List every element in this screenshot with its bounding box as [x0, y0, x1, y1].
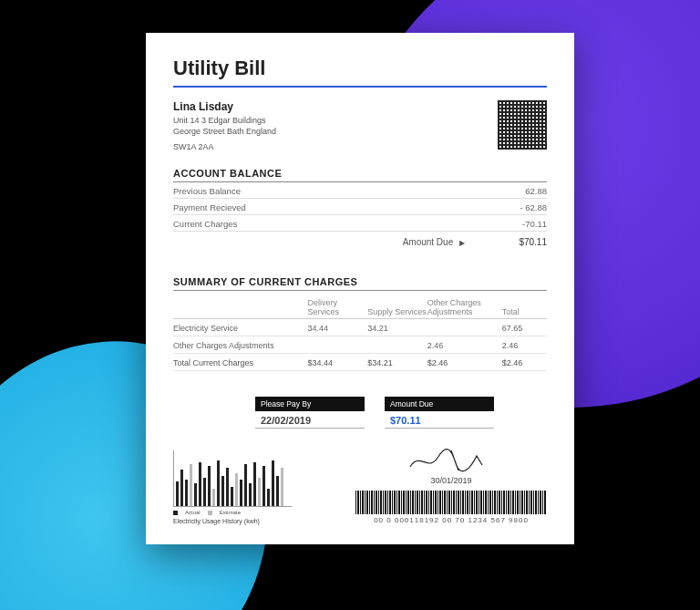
col-header: Supply Services: [367, 295, 427, 319]
chart-bar: [221, 476, 224, 506]
signature-icon: [406, 447, 497, 474]
legend-label: Estimate: [220, 510, 241, 515]
barcode-number: 00 0 000118192 00 70 1234 567 9800: [355, 516, 547, 524]
cell: 67.65: [502, 319, 547, 336]
chart-legend: Actual Estimate: [173, 510, 301, 515]
legend-swatch-estimate: [208, 511, 212, 515]
usage-chart-block: Actual Estimate Electricity Usage Histor…: [173, 450, 301, 524]
footer-row: Actual Estimate Electricity Usage Histor…: [173, 447, 547, 524]
table-row: Electricity Service 34.44 34.21 67.65: [173, 319, 547, 336]
legend-label: Actual: [185, 510, 201, 515]
triangle-right-icon: ▶: [459, 239, 465, 247]
chart-bar: [281, 468, 283, 507]
col-header: Delivery Services: [308, 295, 368, 319]
header-row: Lina Lisday Unit 14 3 Edgar Buildings Ge…: [173, 100, 547, 151]
customer-address-line2: George Street Bath England: [173, 126, 276, 137]
table-row: Other Charges Adjustments 2.46 2.46: [173, 336, 547, 354]
table-total-row: Total Current Charges $34.44 $34.21 $2.4…: [173, 354, 547, 371]
amount-due-value: $70.11: [501, 237, 547, 247]
chart-bar: [185, 480, 188, 506]
pay-boxes: Please Pay By 22/02/2019 Amount Due $70.…: [255, 397, 547, 429]
chart-bar: [235, 473, 238, 507]
amount-due-row: Amount Due ▶ $70.11: [173, 232, 547, 253]
document-title: Utility Bill: [173, 57, 547, 88]
chart-bar: [253, 462, 256, 506]
usage-bar-chart: [173, 450, 292, 507]
summary-table: Delivery Services Supply Services Other …: [173, 295, 547, 371]
cell: $34.21: [367, 354, 427, 371]
summary-header-row: Delivery Services Supply Services Other …: [173, 295, 547, 319]
pay-by-label: Please Pay By: [255, 397, 365, 411]
row-label: Total Current Charges: [173, 354, 308, 371]
chart-bar: [203, 478, 206, 506]
balance-label: Previous Balance: [173, 186, 241, 196]
chart-title: Electricity Usage History (kwh): [173, 518, 301, 524]
row-label: Electricity Service: [173, 319, 308, 336]
chart-bar: [217, 460, 220, 506]
chart-bar: [176, 481, 179, 506]
amount-due-label: Amount Due ▶: [403, 237, 465, 247]
chart-bar: [180, 470, 183, 507]
balance-value: 62.88: [525, 186, 547, 196]
chart-bar: [194, 483, 197, 506]
pay-by-box: Please Pay By 22/02/2019: [255, 397, 365, 429]
amount-due-box: Amount Due $70.11: [385, 397, 494, 429]
cell: 34.44: [308, 319, 368, 336]
chart-bar: [244, 464, 247, 506]
signature-block: 30/01/2019 00 0 000118192 00 70 1234 567…: [355, 447, 547, 524]
chart-bar: [190, 464, 192, 506]
cell: 2.46: [502, 336, 547, 354]
legend-swatch-actual: [173, 511, 178, 515]
chart-bar: [212, 489, 215, 506]
balance-row: Current Charges -70.11: [173, 215, 547, 232]
signature-date: 30/01/2019: [355, 476, 547, 485]
chart-bar: [240, 480, 242, 506]
cell: 34.21: [367, 319, 427, 336]
cell: [427, 319, 502, 336]
utility-bill-document: Utility Bill Lina Lisday Unit 14 3 Edgar…: [146, 33, 574, 544]
cell: $2.46: [502, 354, 547, 371]
chart-bar: [267, 489, 270, 506]
customer-address-line1: Unit 14 3 Edgar Buildings: [173, 115, 276, 126]
cell: $2.46: [427, 354, 502, 371]
cell: $34.44: [308, 354, 368, 371]
col-header: Total: [502, 295, 547, 319]
customer-postcode: SW1A 2AA: [173, 142, 276, 151]
col-header: Other Charges Adjustments: [427, 295, 502, 319]
chart-bar: [272, 460, 274, 506]
cell: [367, 336, 427, 354]
chart-bar: [249, 483, 252, 506]
row-label: Other Charges Adjustments: [173, 336, 308, 354]
pay-by-value: 22/02/2019: [255, 411, 365, 429]
balance-label: Current Charges: [173, 219, 237, 229]
cell: [308, 336, 368, 354]
customer-block: Lina Lisday Unit 14 3 Edgar Buildings Ge…: [173, 100, 276, 151]
amount-due-box-label: Amount Due: [385, 397, 494, 411]
balance-row: Previous Balance 62.88: [173, 182, 547, 199]
chart-bar: [231, 487, 233, 506]
amount-due-box-value: $70.11: [385, 411, 494, 429]
balance-row: Payment Recieved - 62.88: [173, 199, 547, 215]
chart-bar: [199, 462, 201, 506]
chart-bar: [276, 476, 279, 506]
balance-label: Payment Recieved: [173, 202, 246, 212]
customer-name: Lina Lisday: [173, 100, 276, 113]
barcode-icon: [355, 491, 547, 514]
chart-bar: [226, 468, 229, 507]
chart-bar: [208, 466, 211, 506]
balance-value: -70.11: [522, 219, 547, 229]
account-balance-heading: ACCOUNT BALANCE: [173, 166, 547, 182]
balance-value: - 62.88: [520, 202, 547, 212]
cell: 2.46: [427, 336, 502, 354]
chart-bar: [262, 466, 265, 506]
qr-code-icon: [498, 100, 547, 150]
summary-heading: SUMMARY OF CURRENT CHARGES: [173, 274, 547, 291]
chart-bar: [258, 478, 261, 506]
